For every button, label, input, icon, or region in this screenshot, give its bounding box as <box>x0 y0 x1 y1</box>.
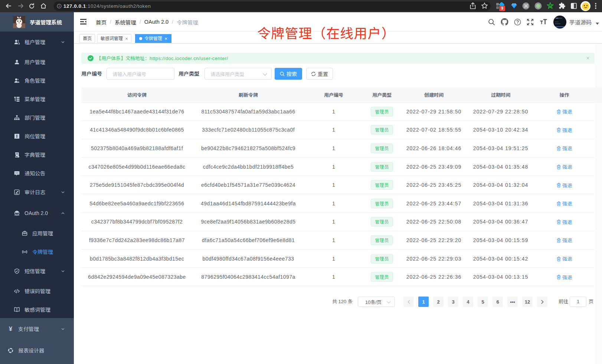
svg-text:⌘: ⌘ <box>524 3 529 9</box>
